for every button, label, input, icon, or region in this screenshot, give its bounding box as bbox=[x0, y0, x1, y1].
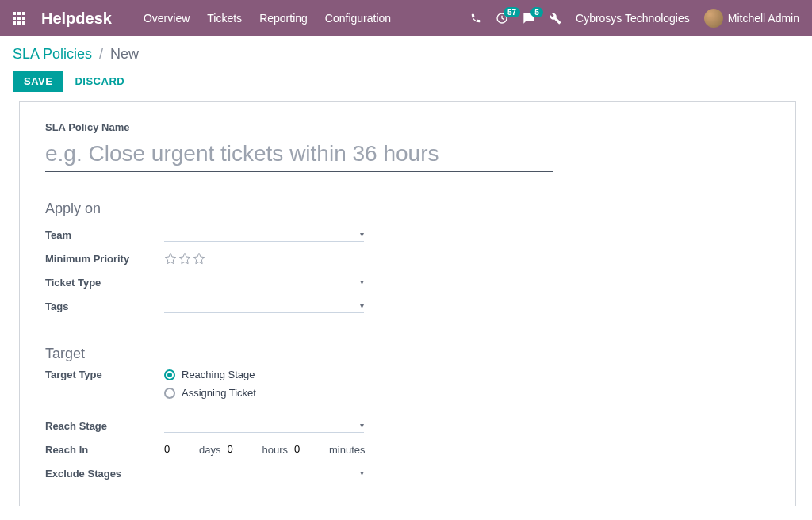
reach-in-days-input[interactable] bbox=[164, 442, 193, 457]
app-brand[interactable]: Helpdesk bbox=[41, 10, 112, 28]
tools-icon[interactable] bbox=[550, 13, 561, 25]
form-sheet: SLA Policy Name Apply on Team ▾ Minimum … bbox=[19, 101, 796, 506]
chevron-down-icon: ▾ bbox=[360, 468, 364, 477]
row-target-type: Target Type Reaching Stage Assigning Tic… bbox=[45, 369, 770, 405]
nav-links: Overview Tickets Reporting Configuration bbox=[144, 12, 391, 25]
activities-icon[interactable]: 57 bbox=[496, 12, 508, 25]
activities-badge: 57 bbox=[504, 7, 520, 17]
nav-configuration[interactable]: Configuration bbox=[325, 12, 391, 25]
row-tags: Tags ▾ bbox=[45, 295, 770, 317]
exclude-stages-label: Exclude Stages bbox=[45, 468, 164, 480]
nav-tickets[interactable]: Tickets bbox=[207, 12, 242, 25]
row-priority: Minimum Priority bbox=[45, 247, 770, 270]
content-scroll[interactable]: SLA Policy Name Apply on Team ▾ Minimum … bbox=[0, 101, 812, 506]
row-team: Team ▾ bbox=[45, 224, 770, 246]
discuss-icon[interactable]: 5 bbox=[523, 12, 535, 25]
exclude-stages-select[interactable]: ▾ bbox=[164, 466, 364, 480]
radio-row-assigning: Assigning Ticket bbox=[164, 387, 370, 399]
chevron-down-icon: ▾ bbox=[360, 230, 364, 239]
phone-icon[interactable] bbox=[470, 13, 481, 24]
nav-overview[interactable]: Overview bbox=[144, 12, 190, 25]
days-unit: days bbox=[199, 444, 220, 456]
nav-right: 57 5 Cybrosys Technologies Mitchell Admi… bbox=[470, 9, 799, 28]
chevron-down-icon: ▾ bbox=[360, 421, 364, 430]
reach-in-label: Reach In bbox=[45, 444, 164, 456]
tags-label: Tags bbox=[45, 300, 164, 312]
name-label: SLA Policy Name bbox=[45, 121, 770, 133]
tags-select[interactable]: ▾ bbox=[164, 299, 364, 313]
user-name: Mitchell Admin bbox=[728, 12, 799, 25]
breadcrumb-sep: / bbox=[99, 46, 103, 62]
company-switcher[interactable]: Cybrosys Technologies bbox=[576, 12, 690, 25]
minutes-unit: minutes bbox=[329, 444, 366, 456]
row-exclude-stages: Exclude Stages ▾ bbox=[45, 462, 770, 484]
team-label: Team bbox=[45, 229, 164, 241]
avatar bbox=[704, 9, 723, 28]
radio-row-reaching: Reaching Stage bbox=[164, 369, 370, 380]
name-input[interactable] bbox=[45, 136, 553, 172]
target-title: Target bbox=[45, 346, 770, 362]
row-reach-stage: Reach Stage ▾ bbox=[45, 415, 770, 437]
reach-stage-select[interactable]: ▾ bbox=[164, 419, 364, 433]
breadcrumb-current: New bbox=[110, 46, 139, 62]
discard-button[interactable]: DISCARD bbox=[75, 75, 124, 87]
radio-reaching-label[interactable]: Reaching Stage bbox=[182, 369, 255, 380]
star-icon[interactable] bbox=[164, 252, 177, 265]
apply-on-title: Apply on bbox=[45, 201, 770, 217]
save-button[interactable]: SAVE bbox=[13, 71, 63, 92]
discuss-badge: 5 bbox=[530, 7, 543, 17]
target-type-label: Target Type bbox=[45, 369, 164, 380]
star-icon[interactable] bbox=[178, 252, 191, 265]
nav-reporting[interactable]: Reporting bbox=[259, 12, 308, 25]
breadcrumb: SLA Policies / New bbox=[13, 46, 799, 63]
row-ticket-type: Ticket Type ▾ bbox=[45, 271, 770, 293]
reach-in-hours-input[interactable] bbox=[227, 442, 255, 457]
radio-assigning-label[interactable]: Assigning Ticket bbox=[182, 387, 256, 399]
team-select[interactable]: ▾ bbox=[164, 228, 364, 242]
chevron-down-icon: ▾ bbox=[360, 277, 364, 286]
ticket-type-select[interactable]: ▾ bbox=[164, 275, 364, 289]
action-bar: SAVE DISCARD bbox=[13, 71, 799, 92]
reach-stage-label: Reach Stage bbox=[45, 420, 164, 432]
chevron-down-icon: ▾ bbox=[360, 301, 364, 310]
top-nav: Helpdesk Overview Tickets Reporting Conf… bbox=[0, 0, 812, 36]
hours-unit: hours bbox=[262, 444, 288, 456]
reach-in-controls: days hours minutes bbox=[164, 442, 366, 457]
radio-assigning-ticket[interactable] bbox=[164, 388, 175, 399]
priority-label: Minimum Priority bbox=[45, 253, 164, 265]
priority-stars bbox=[164, 252, 370, 265]
apps-icon[interactable] bbox=[13, 12, 25, 25]
radio-reaching-stage[interactable] bbox=[164, 369, 175, 380]
user-menu[interactable]: Mitchell Admin bbox=[704, 9, 799, 28]
star-icon[interactable] bbox=[193, 252, 205, 265]
row-reach-in: Reach In days hours minutes bbox=[45, 438, 770, 461]
subheader: SLA Policies / New SAVE DISCARD bbox=[0, 36, 812, 92]
reach-in-minutes-input[interactable] bbox=[294, 442, 323, 457]
breadcrumb-parent[interactable]: SLA Policies bbox=[13, 46, 92, 62]
ticket-type-label: Ticket Type bbox=[45, 277, 164, 289]
